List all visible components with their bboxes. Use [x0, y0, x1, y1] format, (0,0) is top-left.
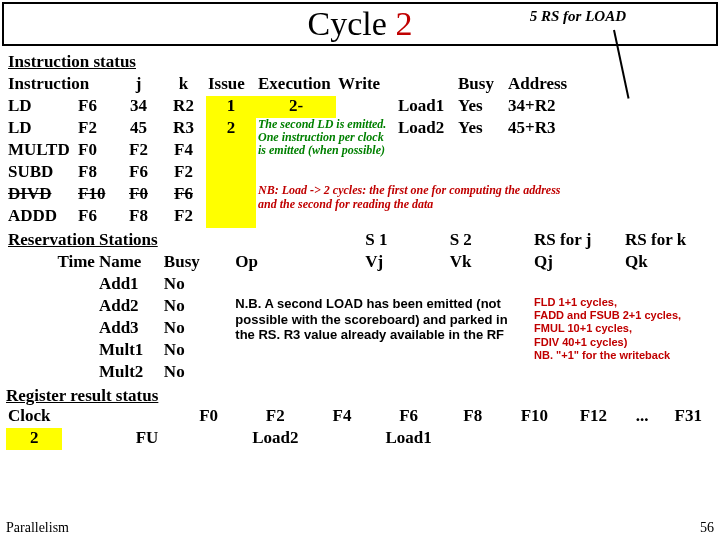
col-op: Op	[233, 252, 298, 274]
reg-col: F31	[663, 406, 714, 428]
instruction-status-table: Instruction status Instruction j k Issue…	[6, 52, 714, 228]
col-s2: S 2	[448, 230, 532, 252]
reg-val: Load2	[242, 428, 309, 450]
reg-val	[622, 428, 663, 450]
reg-col: F10	[504, 406, 566, 428]
red-note: NB: Load -> 2 cycles: the first one for …	[256, 184, 576, 228]
instr-status-heading: Instruction status	[6, 52, 576, 74]
reg-col: F2	[242, 406, 309, 428]
reg-val	[309, 428, 376, 450]
rs-row: Add2NoN.B. A second LOAD has been emitte…	[6, 296, 714, 318]
cycles-note: FLD 1+1 cycles,FADD and FSUB 2+1 cycles,…	[532, 296, 714, 384]
green-note: The second LD is emitted. One instructio…	[256, 118, 396, 184]
reg-col: F8	[442, 406, 504, 428]
col-issue: Issue	[206, 74, 256, 96]
reservation-stations-table: Reservation Stations S 1 S 2 RS for j RS…	[6, 230, 714, 384]
instr-row: LDF634R212-Load1Yes34+R2	[6, 96, 714, 118]
col-rsj: RS for j	[532, 230, 623, 252]
col-name: Name	[97, 252, 162, 274]
col-qj: Qj	[532, 252, 623, 274]
clock-label: Clock	[6, 406, 62, 428]
col-vj: Vj	[363, 252, 447, 274]
reg-val	[565, 428, 621, 450]
title-bar: Cycle 2 5 RS for LOAD	[2, 2, 718, 46]
reg-col: F0	[175, 406, 242, 428]
nb-note: N.B. A second LOAD has been emitted (not…	[233, 296, 532, 384]
register-status-table: Clock F0 F2 F4 F6 F8 F10 F12 ... F31 2 F…	[6, 406, 714, 450]
reg-val	[663, 428, 714, 450]
col-qk: Qk	[623, 252, 714, 274]
reg-col: F12	[565, 406, 621, 428]
reg-col: ...	[622, 406, 663, 428]
col-write: Write	[336, 74, 396, 96]
reg-val: Load1	[375, 428, 442, 450]
reg-val	[504, 428, 566, 450]
col-rsk: RS for k	[623, 230, 714, 252]
col-s1: S 1	[363, 230, 447, 252]
instr-row: LDF245R32The second LD is emitted. One i…	[6, 118, 714, 140]
res-stations-heading: Reservation Stations	[6, 230, 298, 252]
reg-col: F6	[375, 406, 442, 428]
col-busy: Busy	[456, 74, 506, 96]
reg-val	[175, 428, 242, 450]
col-time: Time	[6, 252, 97, 274]
footer: Parallelism 56	[6, 520, 714, 536]
col-j: j	[116, 74, 161, 96]
footer-right: 56	[700, 520, 714, 536]
col-instr: Instruction	[6, 74, 116, 96]
fu-label: FU	[119, 428, 175, 450]
reg-val	[442, 428, 504, 450]
reg-col: F4	[309, 406, 376, 428]
col-addr: Address	[506, 74, 576, 96]
col-k: k	[161, 74, 206, 96]
col-vk: Vk	[448, 252, 532, 274]
reg-status-heading: Register result status	[6, 386, 714, 406]
load-rs-annotation: 5 RS for LOAD	[530, 8, 626, 25]
col-exec: Execution	[256, 74, 336, 96]
rs-row: Add1No	[6, 274, 714, 296]
slide-content: Instruction status Instruction j k Issue…	[0, 46, 720, 450]
instr-row: DIVDF10F0F6NB: Load -> 2 cycles: the fir…	[6, 184, 714, 206]
clock-value: 2	[6, 428, 62, 450]
footer-left: Parallelism	[6, 520, 69, 536]
col-busy2: Busy	[162, 252, 233, 274]
page-title: Cycle 2	[308, 5, 413, 43]
